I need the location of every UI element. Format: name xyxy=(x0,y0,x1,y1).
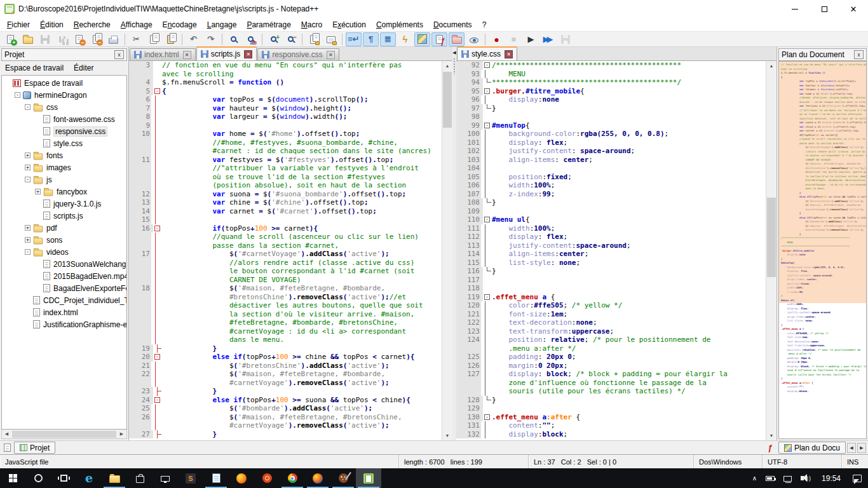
menu-documents[interactable]: Documents xyxy=(428,18,477,31)
tab-scripts-js[interactable]: scripts.js✕ xyxy=(196,46,257,60)
menu-macro[interactable]: Macro xyxy=(296,18,327,31)
tree-item-jquery-3-1-0-js[interactable]: jquery-3.1.0.js xyxy=(3,198,126,210)
word-wrap-button[interactable]: ≡↵ xyxy=(346,32,362,46)
fold-collapse-icon[interactable]: - xyxy=(484,414,490,420)
tree-item-font-awesome-css[interactable]: font-awesome.css xyxy=(3,113,126,125)
function-list-tab-icon[interactable]: ƒ xyxy=(765,443,775,453)
scroll-up-icon[interactable]: ▲ xyxy=(766,61,776,71)
stop-recording-button[interactable]: ■ xyxy=(506,32,522,46)
splitter-grip[interactable] xyxy=(453,58,456,74)
copy-button[interactable] xyxy=(146,32,161,46)
menu-affichage[interactable]: Affichage xyxy=(116,18,158,31)
project-panel-close-icon[interactable]: x xyxy=(114,50,124,59)
tree-item-js[interactable]: -js xyxy=(3,173,126,186)
tree-expander-icon[interactable]: + xyxy=(25,165,31,170)
taskbar-firefox-button[interactable] xyxy=(229,468,254,488)
fold-collapse-icon[interactable]: - xyxy=(154,88,160,94)
undo-button[interactable]: ↶ xyxy=(186,32,201,46)
taskbar-start-button[interactable] xyxy=(0,468,25,488)
volume-button[interactable]: )) xyxy=(796,468,816,488)
close-all-button[interactable]: − xyxy=(88,32,104,46)
tree-expander-icon[interactable]: + xyxy=(25,225,31,231)
tree-expander-icon[interactable]: + xyxy=(25,237,31,243)
tree-expander-icon[interactable]: + xyxy=(25,152,31,158)
folder-as-workspace-button[interactable] xyxy=(449,32,465,46)
record-macro-button[interactable]: ● xyxy=(489,32,505,46)
workspace-menu-diter[interactable]: Éditer xyxy=(74,64,93,72)
document-map-close-icon[interactable]: x xyxy=(854,50,864,59)
tree-item-2013suonawelchang-mp4[interactable]: 2013SuonaWelchang.mp4 xyxy=(3,258,126,270)
tab-style-css[interactable]: style.css✕ xyxy=(457,46,517,60)
tree-item-2015bagadelven-mp4[interactable]: 2015BagadElven.mp4 xyxy=(3,270,126,282)
sync-horizontal-scrolling-button[interactable] xyxy=(323,32,339,46)
right-editor-vertical-scrollbar[interactable]: ▲ ▼ xyxy=(766,61,776,440)
battery-button[interactable] xyxy=(761,468,779,488)
tree-item-herminedragon[interactable]: -hermineDragon xyxy=(3,89,126,101)
menu-compl-ments[interactable]: Compléments xyxy=(371,18,428,31)
redo-button[interactable]: ↷ xyxy=(203,32,219,46)
dock-tab-scroll-right-icon[interactable]: ▶ xyxy=(857,443,866,453)
function-list-button[interactable]: ƒ xyxy=(431,32,447,46)
save-all-button[interactable] xyxy=(54,32,70,46)
dock-tab-scroll-left-icon[interactable]: ◀ xyxy=(847,443,856,453)
save-recorded-macro-button[interactable] xyxy=(557,32,573,46)
close-button[interactable]: ✕ xyxy=(839,0,868,18)
fold-collapse-icon[interactable]: - xyxy=(154,354,160,360)
save-button[interactable] xyxy=(37,32,53,46)
tree-item-fonts[interactable]: +fonts xyxy=(3,149,126,161)
tree-item-style-css[interactable]: style.css xyxy=(3,137,126,149)
tree-item-sons[interactable]: +sons xyxy=(3,234,126,246)
tab-scroll-left-icon[interactable]: ◀ xyxy=(452,50,456,55)
print-button[interactable] xyxy=(105,32,121,46)
document-map-tab[interactable]: Plan du Docu xyxy=(778,442,846,454)
document-map[interactable]: // fonction en vue du menu "En cours" qu… xyxy=(778,61,867,439)
tray-expand-button[interactable]: ∧ xyxy=(748,468,761,488)
right-editor-code-area[interactable]: 92-/************************************… xyxy=(456,61,766,440)
zoom-out-button[interactable]: − xyxy=(283,32,299,46)
taskbar-clock[interactable]: 19:54 xyxy=(816,474,846,483)
sync-vertical-scrolling-button[interactable] xyxy=(306,32,322,46)
left-editor-vertical-scrollbar[interactable]: ▲ ▼ xyxy=(442,61,452,440)
document-map-viewport[interactable] xyxy=(779,62,866,303)
workspace-menu-espace-de-travail[interactable]: Espace de travail xyxy=(5,64,64,72)
taskbar-store-button[interactable] xyxy=(127,468,153,488)
new-file-button[interactable]: + xyxy=(3,32,18,46)
fold-collapse-icon[interactable]: - xyxy=(484,88,490,94)
tree-item-responsive-css[interactable]: responsive.css xyxy=(3,125,126,137)
network-button[interactable] xyxy=(779,468,796,488)
tree-expander-icon[interactable]: - xyxy=(25,177,31,182)
maximize-button[interactable] xyxy=(810,0,839,18)
taskbar-cortana-button[interactable] xyxy=(25,468,51,488)
menu-param-trage[interactable]: Paramétrage xyxy=(241,18,295,31)
tree-item-fancybox[interactable]: +fancybox xyxy=(3,186,126,198)
fold-collapse-icon[interactable]: - xyxy=(484,123,490,128)
action-center-icon[interactable] xyxy=(853,475,862,482)
tab-close-icon[interactable]: ✕ xyxy=(505,50,513,58)
taskbar-ubuntu-button[interactable] xyxy=(254,468,280,488)
zoom-in-button[interactable]: + xyxy=(266,32,281,46)
menu-recherche[interactable]: Recherche xyxy=(69,18,116,31)
left-editor-code-area[interactable]: 3// fonction en vue du menu "En cours" q… xyxy=(129,61,442,440)
tab-index-html[interactable]: index.html✕ xyxy=(130,48,196,60)
taskbar-sublime-text-button[interactable]: S xyxy=(178,468,203,488)
tree-item-justificationgraphisme-et[interactable]: JustificationGraphisme-et xyxy=(3,318,126,330)
scroll-up-icon[interactable]: ▲ xyxy=(442,61,452,71)
menu-langage[interactable]: Langage xyxy=(202,18,242,31)
find-button[interactable] xyxy=(226,32,241,46)
tree-expander-icon[interactable]: - xyxy=(25,249,31,255)
scroll-down-icon[interactable]: ▼ xyxy=(766,431,776,440)
fold-collapse-icon[interactable]: - xyxy=(154,226,160,231)
monitoring-button[interactable] xyxy=(466,32,482,46)
minimize-button[interactable] xyxy=(780,0,810,18)
tree-item-cdc-projet-individuel-tiw[interactable]: CDC_Projet_individuel_TIW xyxy=(3,294,126,306)
taskbar-firefox-dev-button[interactable] xyxy=(305,468,330,488)
scroll-down-icon[interactable]: ▼ xyxy=(442,431,452,440)
fold-collapse-icon[interactable]: - xyxy=(154,397,160,403)
project-panel-tab[interactable]: Projet xyxy=(14,442,55,454)
taskbar-chrome-button[interactable] xyxy=(280,468,305,488)
menu-dition[interactable]: Édition xyxy=(35,18,69,31)
taskbar-notepad-button[interactable] xyxy=(203,468,229,488)
tab-close-icon[interactable]: ✕ xyxy=(244,50,252,58)
tab-close-icon[interactable]: ✕ xyxy=(183,51,191,59)
playback-macro-button[interactable]: ▶ xyxy=(523,32,539,46)
